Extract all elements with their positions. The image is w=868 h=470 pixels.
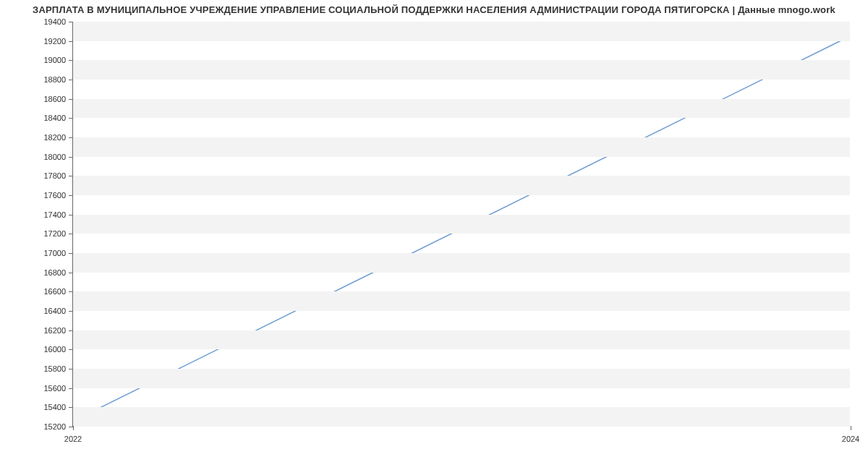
- y-tick-label: 17600: [43, 191, 66, 200]
- x-tick-label: 2022: [64, 435, 82, 443]
- y-tick-label: 19200: [43, 37, 66, 46]
- grid-band: [73, 99, 850, 119]
- y-tick-label: 19400: [43, 17, 66, 26]
- y-tick: [69, 22, 73, 22]
- y-tick-label: 16200: [43, 326, 66, 335]
- y-tick-label: 17000: [43, 249, 66, 257]
- y-tick: [69, 118, 73, 119]
- y-tick-label: 18400: [43, 114, 66, 122]
- y-tick: [69, 273, 73, 273]
- y-tick-label: 16000: [43, 345, 66, 354]
- y-tick-label: 18600: [43, 95, 66, 103]
- y-tick-label: 15600: [43, 384, 66, 393]
- y-tick-label: 18000: [43, 153, 66, 161]
- y-tick: [69, 311, 73, 312]
- y-tick-label: 17200: [43, 229, 66, 238]
- y-tick: [69, 41, 73, 42]
- y-tick-label: 15400: [43, 403, 66, 411]
- grid-band: [73, 330, 850, 350]
- grid-band: [73, 291, 850, 311]
- y-tick: [69, 253, 73, 254]
- grid-band: [73, 215, 850, 234]
- grid-band: [73, 176, 850, 195]
- grid-band: [73, 253, 850, 273]
- y-tick-label: 18200: [43, 133, 66, 142]
- chart-title: ЗАРПЛАТА В МУНИЦИПАЛЬНОЕ УЧРЕЖДЕНИЕ УПРА…: [0, 4, 868, 15]
- y-tick-label: 19000: [43, 56, 66, 64]
- y-tick: [69, 369, 73, 369]
- y-tick: [69, 234, 73, 234]
- y-tick: [69, 137, 73, 138]
- y-tick: [69, 215, 73, 215]
- y-tick: [69, 330, 73, 331]
- y-tick: [69, 349, 73, 350]
- y-tick: [69, 157, 73, 158]
- plot-area: 1520015400156001580016000162001640016600…: [72, 22, 850, 427]
- grid-band: [73, 369, 850, 388]
- y-tick-label: 16800: [43, 268, 66, 277]
- y-tick: [69, 195, 73, 196]
- y-tick-label: 15200: [43, 422, 66, 431]
- x-tick: [73, 426, 74, 430]
- x-tick-label: 2024: [842, 435, 859, 443]
- y-tick-label: 16400: [43, 307, 66, 315]
- y-tick-label: 15800: [43, 364, 66, 373]
- y-tick: [69, 407, 73, 408]
- y-tick: [69, 388, 73, 389]
- y-tick-label: 18800: [43, 75, 66, 84]
- y-tick: [69, 99, 73, 100]
- grid-band: [73, 137, 850, 157]
- chart-container: ЗАРПЛАТА В МУНИЦИПАЛЬНОЕ УЧРЕЖДЕНИЕ УПРА…: [0, 0, 868, 470]
- y-tick-label: 17400: [43, 210, 66, 219]
- y-tick: [69, 291, 73, 292]
- y-tick: [69, 176, 73, 176]
- grid-band: [73, 60, 850, 80]
- y-tick: [69, 60, 73, 61]
- y-tick: [69, 80, 73, 80]
- x-tick: [851, 426, 851, 430]
- grid-band: [73, 22, 850, 41]
- y-tick-label: 17800: [43, 171, 66, 180]
- y-tick-label: 16600: [43, 287, 66, 296]
- grid-band: [73, 407, 850, 427]
